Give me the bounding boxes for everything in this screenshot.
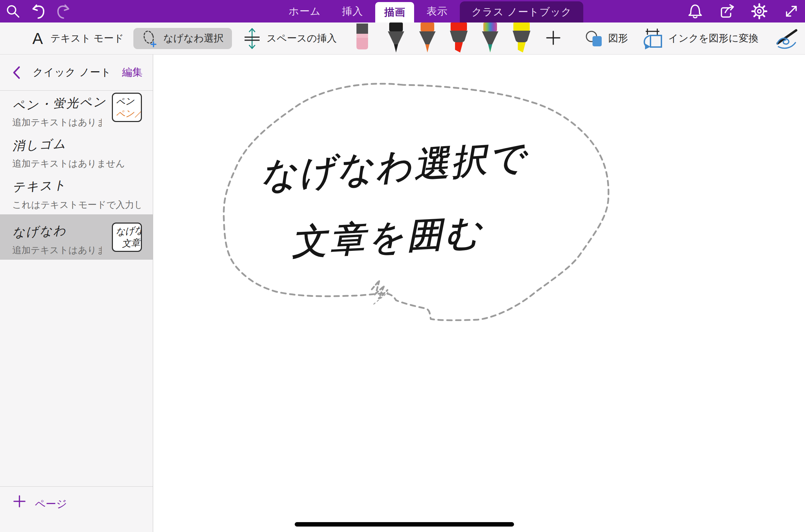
insert-space-button[interactable]: スペースの挿入 xyxy=(242,27,337,50)
page-title-ink: 消しゴム xyxy=(12,136,67,155)
page-title-ink: テキスト xyxy=(12,177,67,196)
notifications-button[interactable] xyxy=(686,2,704,20)
plus-icon xyxy=(13,495,26,508)
tab-draw[interactable]: 描画 xyxy=(375,2,414,22)
ink-layer: なげなわ選択で 文章を囲む xyxy=(153,55,805,532)
ribbon-tabs: ホーム 挿入 描画 表示 クラス ノートブック xyxy=(280,0,583,22)
plus-icon xyxy=(545,30,561,46)
add-pen-button[interactable] xyxy=(545,30,561,47)
page-thumbnail: なげなわ 文章を xyxy=(112,223,142,252)
lasso-knot-squiggle xyxy=(372,280,387,299)
page-item-pen-highlighter[interactable]: ペン・蛍光ペン 追加テキストはありま… ペン（ ペン／ xyxy=(0,91,153,132)
redo-button[interactable] xyxy=(55,2,72,20)
title-bar: ホーム 挿入 描画 表示 クラス ノートブック xyxy=(0,0,805,22)
back-button[interactable] xyxy=(12,66,21,79)
page-subtitle: 追加テキストはありま… xyxy=(12,116,102,128)
add-page-button[interactable]: ページ xyxy=(0,486,153,532)
red-highlighter-button[interactable] xyxy=(449,22,468,55)
shapes-icon xyxy=(584,29,604,48)
page-item-text[interactable]: テキスト これはテキストモードで入力し… xyxy=(0,173,153,214)
black-pen-button[interactable] xyxy=(386,22,406,55)
home-indicator[interactable] xyxy=(295,522,514,527)
page-thumbnail: ペン（ ペン／ xyxy=(112,93,142,122)
page-subtitle: 追加テキストはありません xyxy=(12,157,141,170)
lasso-selection-outline xyxy=(224,84,609,320)
text-mode-icon: A xyxy=(32,29,43,48)
eraser-icon xyxy=(354,24,370,50)
undo-button[interactable] xyxy=(29,2,47,20)
ink-to-shape-button[interactable]: インクを図形に変換 xyxy=(642,27,758,50)
red-highlighter-icon xyxy=(449,22,468,54)
gear-icon xyxy=(751,3,768,20)
tab-insert[interactable]: 挿入 xyxy=(333,0,372,22)
page-title-ink: ペン・蛍光ペン xyxy=(12,93,107,114)
page-item-lasso[interactable]: なげなわ 追加テキストはありま… なげなわ 文章を xyxy=(0,214,153,260)
insert-space-icon xyxy=(242,27,262,50)
search-button[interactable] xyxy=(4,2,22,20)
tab-view[interactable]: 表示 xyxy=(418,0,456,22)
tab-home[interactable]: ホーム xyxy=(280,0,330,22)
black-pen-icon xyxy=(386,22,406,54)
lasso-icon xyxy=(142,29,158,48)
tab-class-notebook[interactable]: クラス ノートブック xyxy=(460,1,583,22)
bell-icon xyxy=(687,3,703,20)
orange-pen-icon xyxy=(418,22,437,54)
page-list-sidebar: クイック ノート 編集 ペン・蛍光ペン 追加テキストはありま… ペン（ ペン／ … xyxy=(0,55,153,532)
drawing-canvas[interactable]: なげなわ選択で 文章を囲む xyxy=(153,55,805,532)
ink-to-shape-icon xyxy=(642,27,664,50)
sidebar-header: クイック ノート 編集 xyxy=(0,55,153,91)
page-subtitle: 追加テキストはありま… xyxy=(12,244,102,256)
yellow-highlighter-button[interactable] xyxy=(512,22,531,55)
text-mode-button[interactable]: A テキスト モード xyxy=(32,29,124,48)
rainbow-pen-button[interactable] xyxy=(481,22,500,55)
page-subtitle: これはテキストモードで入力し… xyxy=(12,199,141,211)
shapes-label: 図形 xyxy=(608,32,628,45)
share-icon xyxy=(719,3,735,19)
undo-icon xyxy=(30,3,46,19)
draw-ribbon: A テキスト モード なげなわ選択 スペースの挿入 xyxy=(0,22,805,55)
redo-icon xyxy=(55,3,72,19)
insert-space-label: スペースの挿入 xyxy=(267,32,337,45)
settings-button[interactable] xyxy=(750,2,768,20)
orange-pen-button[interactable] xyxy=(418,22,437,55)
ink-line-2: 文章を囲む xyxy=(290,212,485,262)
draw-mode-icon xyxy=(772,26,802,51)
add-page-label: ページ xyxy=(35,497,67,511)
ink-to-shape-label: インクを図形に変換 xyxy=(668,32,758,45)
expand-icon xyxy=(784,3,799,19)
rainbow-pen-icon xyxy=(481,22,500,54)
shapes-button[interactable]: 図形 xyxy=(584,29,628,48)
text-mode-label: テキスト モード xyxy=(50,32,124,45)
ink-line-1: なげなわ選択で xyxy=(259,137,529,195)
page-item-eraser[interactable]: 消しゴム 追加テキストはありません xyxy=(0,132,153,173)
notebook-section-title: クイック ノート xyxy=(33,65,112,79)
handwritten-ink: なげなわ選択で 文章を囲む xyxy=(259,137,529,262)
eraser-button[interactable] xyxy=(354,24,370,51)
edit-button[interactable]: 編集 xyxy=(122,65,143,79)
search-icon xyxy=(5,3,21,19)
page-title-ink: なげなわ xyxy=(12,222,67,241)
lasso-select-button[interactable]: なげなわ選択 xyxy=(133,28,232,49)
fullscreen-button[interactable] xyxy=(782,2,800,20)
lasso-select-label: なげなわ選択 xyxy=(163,32,224,45)
draw-mode-button[interactable]: 描画モード xyxy=(772,26,805,51)
share-button[interactable] xyxy=(718,2,736,20)
yellow-highlighter-icon xyxy=(512,22,531,54)
